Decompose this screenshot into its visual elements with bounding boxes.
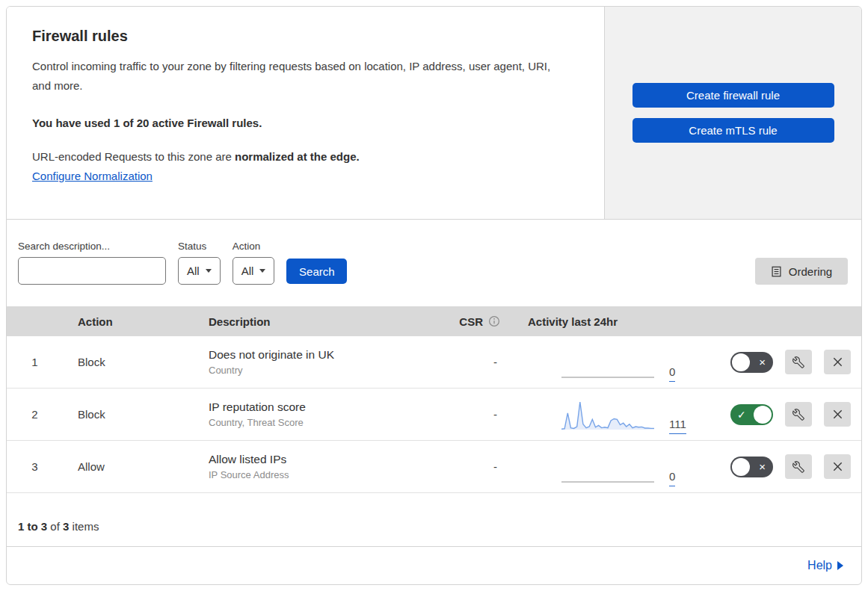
search-button[interactable]: Search: [286, 259, 347, 284]
close-icon: [832, 356, 843, 368]
rule-description-cell: IP reputation score Country, Threat Scor…: [209, 400, 448, 428]
edit-rule-button[interactable]: [785, 454, 812, 479]
rule-action: Block: [78, 408, 209, 421]
status-dropdown[interactable]: All: [178, 257, 221, 285]
status-label: Status: [178, 241, 221, 252]
rule-controls: ✓ ×: [702, 454, 861, 479]
csr-column-header: CSR: [448, 315, 500, 328]
summary-items: items: [73, 520, 99, 533]
x-icon: ×: [759, 355, 766, 370]
activity-sparkline: [561, 451, 654, 483]
close-icon: [832, 461, 843, 472]
status-dropdown-value: All: [187, 264, 200, 277]
usage-summary: You have used 1 of 20 active Firewall ru…: [32, 117, 574, 129]
rule-controls: ✓ ×: [702, 350, 861, 374]
rule-criteria: IP Source Address: [209, 469, 448, 480]
rule-enabled-toggle[interactable]: ✓ ×: [730, 457, 773, 477]
action-filter-group: Action All: [233, 241, 275, 285]
close-icon: [832, 409, 843, 420]
info-icon[interactable]: [488, 315, 500, 327]
configure-normalization-link[interactable]: Configure Normalization: [32, 170, 153, 182]
edit-rule-button[interactable]: [785, 402, 812, 427]
rule-controls: ✓ ×: [702, 402, 861, 427]
toggle-knob: [732, 353, 750, 371]
activity-count-wrap: 0: [669, 365, 695, 379]
delete-rule-button[interactable]: [824, 402, 851, 427]
table-row: 2 Block IP reputation score Country, Thr…: [7, 389, 861, 441]
search-input[interactable]: [33, 260, 182, 282]
rule-enabled-toggle[interactable]: ✓ ×: [730, 352, 773, 373]
action-label: Action: [233, 241, 275, 252]
rule-description: IP reputation score: [209, 400, 448, 414]
rules-table-body: 1 Block Does not originate in UK Country…: [7, 336, 861, 493]
ordering-list-icon: [771, 266, 782, 277]
activity-count-wrap: 0: [669, 470, 695, 483]
rule-priority: 1: [7, 356, 78, 368]
summary-of: of: [50, 520, 60, 533]
help-link[interactable]: Help: [807, 559, 843, 572]
filter-bar: Search description... Status All Action …: [7, 219, 861, 306]
rule-priority: 2: [7, 408, 78, 421]
delete-rule-button[interactable]: [824, 350, 851, 374]
toggle-knob: [754, 406, 772, 424]
table-header: Action Description CSR Activity last 24h…: [7, 306, 861, 336]
normalization-note: URL-encoded Requests to this zone are no…: [32, 150, 574, 163]
rule-criteria: Country: [209, 365, 448, 376]
activity-sparkline: [561, 346, 654, 379]
rule-priority: 3: [7, 460, 78, 473]
activity-column-header: Activity last 24hr: [500, 315, 702, 328]
create-firewall-rule-button[interactable]: Create firewall rule: [632, 83, 834, 108]
chevron-down-icon: [259, 269, 265, 273]
action-dropdown[interactable]: All: [233, 257, 275, 285]
page: Firewall rules Control incoming traffic …: [0, 0, 868, 591]
rule-criteria: Country, Threat Score: [209, 417, 448, 428]
rule-description: Allow listed IPs: [209, 453, 448, 466]
top-section: Firewall rules Control incoming traffic …: [7, 7, 861, 219]
rule-activity-cell: 0: [500, 346, 702, 379]
toggle-knob: [732, 458, 750, 476]
rule-enabled-toggle[interactable]: ✓ ×: [730, 404, 773, 425]
page-title: Firewall rules: [32, 28, 574, 45]
summary-range: 1 to 3: [18, 520, 47, 533]
rule-csr-value: -: [448, 356, 500, 368]
ordering-button-label: Ordering: [789, 265, 832, 278]
page-description: Control incoming traffic to your zone by…: [32, 57, 570, 96]
rule-csr-value: -: [448, 408, 500, 421]
wrench-icon: [792, 461, 804, 473]
arrow-right-icon: [837, 561, 843, 570]
status-filter-group: Status All: [178, 241, 221, 285]
firewall-rules-card: Firewall rules Control incoming traffic …: [6, 6, 862, 585]
intro-panel: Firewall rules Control incoming traffic …: [7, 7, 605, 219]
rule-activity-cell: 111: [500, 398, 702, 431]
edit-rule-button[interactable]: [785, 350, 812, 374]
rule-csr-value: -: [448, 460, 500, 473]
activity-count-link[interactable]: 111: [669, 418, 686, 434]
wrench-icon: [792, 356, 804, 368]
rule-description-cell: Does not originate in UK Country: [209, 348, 448, 376]
search-label: Search description...: [18, 241, 166, 252]
x-icon: ×: [759, 460, 766, 474]
ordering-button[interactable]: Ordering: [755, 258, 848, 285]
rule-description-cell: Allow listed IPs IP Source Address: [209, 453, 448, 480]
create-mtls-rule-button[interactable]: Create mTLS rule: [632, 118, 834, 143]
activity-count-wrap: 111: [669, 418, 695, 431]
normalization-text: URL-encoded Requests to this zone are: [32, 150, 235, 163]
rule-action: Allow: [78, 460, 209, 473]
activity-count-link[interactable]: 0: [669, 470, 675, 486]
activity-sparkline: [561, 398, 654, 431]
actions-panel: Create firewall rule Create mTLS rule: [605, 7, 861, 219]
pagination-summary: 1 to 3 of 3 items: [7, 493, 861, 547]
chevron-down-icon: [206, 269, 212, 273]
activity-count-link[interactable]: 0: [669, 365, 675, 382]
table-row: 3 Allow Allow listed IPs IP Source Addre…: [7, 441, 861, 493]
table-row: 1 Block Does not originate in UK Country…: [7, 336, 861, 389]
csr-column-label: CSR: [459, 315, 483, 328]
delete-rule-button[interactable]: [824, 454, 851, 479]
action-column-header: Action: [78, 315, 209, 328]
action-dropdown-value: All: [241, 264, 254, 277]
description-column-header: Description: [209, 315, 448, 328]
normalization-bold-text: normalized at the edge.: [235, 150, 360, 163]
check-icon: ✓: [737, 407, 746, 422]
summary-total: 3: [63, 520, 69, 533]
rule-description: Does not originate in UK: [209, 348, 448, 362]
